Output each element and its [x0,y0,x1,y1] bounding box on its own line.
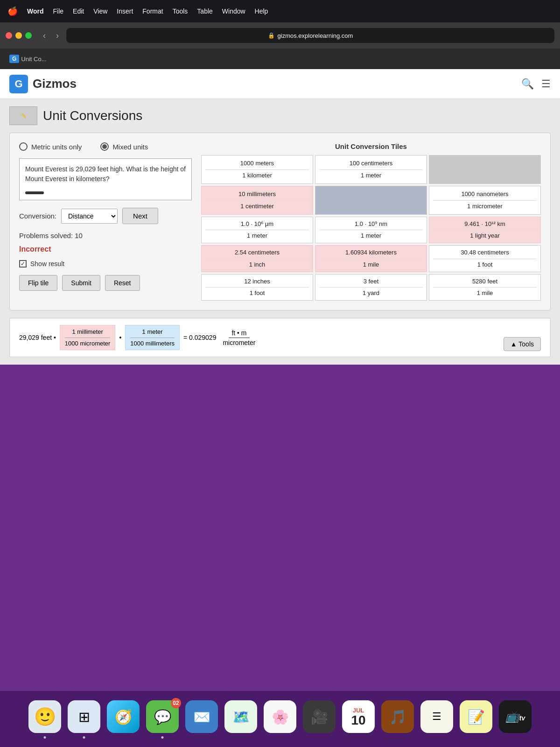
question-box: Mount Everest is 29,029 feet high. What … [19,158,192,200]
show-result-label: Show result [30,260,64,268]
tab-label: Unit Co... [21,56,46,63]
conversion-row: Conversion: Distance Volume Mass Tempera… [19,208,192,224]
tile-1000m-1km[interactable]: 1000 meters 1 kilometer [201,155,313,184]
dock-dot-messages [161,736,164,739]
tile-image-2 [315,186,427,215]
tile-3ft-1yd[interactable]: 3 feet 1 yard [315,274,427,301]
radio-group: Metric units only Mixed units [19,142,192,151]
show-result-checkbox[interactable]: ✓ [19,260,27,268]
dock-music[interactable]: 🎵 [381,700,414,733]
tile-bottom: 1 micrometer [467,202,503,211]
address-bar[interactable]: 🔒 gizmos.explorelearning.com [66,28,554,43]
menu-word[interactable]: Word [27,7,44,15]
tile-5280ft-1mi[interactable]: 5280 feet 1 mile [429,274,541,301]
traffic-lights [6,32,32,39]
tile-top: 1.0 · 10⁶ μm [205,220,309,230]
dock-dot-finder [44,736,46,739]
dock-finder[interactable]: 🙂 [28,700,61,733]
tools-button[interactable]: ▲ Tools [504,337,541,351]
tile-top: 100 centimeters [319,159,423,169]
tab-gizmos[interactable]: G Unit Co... [6,53,50,65]
tile-100cm-1m[interactable]: 100 centimeters 1 meter [315,155,427,184]
left-section: Metric units only Mixed units Mount Ever… [19,142,192,301]
formula-prefix: 29,029 feet • [19,334,56,341]
formula-tile1-top: 1 millimeter [65,327,111,337]
mixed-option[interactable]: Mixed units [100,142,148,151]
metric-radio[interactable] [19,142,28,151]
menu-bar: 🍎 Word File Edit View Insert Format Tool… [0,0,560,22]
apple-menu[interactable]: 🍎 [7,6,18,16]
tile-bottom: 1 foot [250,289,265,297]
menu-edit[interactable]: Edit [73,7,84,15]
back-button[interactable]: ‹ [40,29,49,42]
tab-g-icon: G [9,55,19,63]
menu-icon[interactable]: ☰ [541,78,551,90]
tile-bottom: 1 yard [363,289,379,297]
reset-button[interactable]: Reset [105,275,140,291]
dock-calendar[interactable]: JUL 10 [342,700,375,733]
menu-tools[interactable]: Tools [173,7,188,15]
tab-bar: G Unit Co... [0,49,560,69]
tile-1000nm-1um[interactable]: 1000 nanometers 1 micrometer [429,186,541,215]
mixed-label: Mixed units [112,143,148,151]
dock-notes[interactable]: 📝 [460,700,492,733]
tile-1e9nm-1m[interactable]: 1.0 · 10⁹ nm 1 meter [315,217,427,243]
tile-top: 2.54 centimeters [205,248,309,259]
mixed-radio[interactable] [100,142,109,151]
dock-maps[interactable]: 🗺️ [224,700,257,733]
tile-bottom: 1 mile [477,289,493,297]
metric-option[interactable]: Metric units only [19,142,82,151]
menu-view[interactable]: View [93,7,107,15]
formula-row: 29,029 feet • 1 millimeter 1000 micromet… [9,318,551,357]
show-result-row: ✓ Show result [19,260,192,268]
tile-top: 5280 feet [433,277,537,288]
gizmos-g-logo: G [9,75,28,93]
fullscreen-window-button[interactable] [25,32,32,39]
tile-2.54cm-1in[interactable]: 2.54 centimeters 1 inch [201,245,313,272]
dock-facetime[interactable]: 🎥 [303,700,336,733]
forward-button[interactable]: › [53,29,62,42]
menu-file[interactable]: File [53,7,64,15]
dock-dot-launchpad [83,736,85,739]
search-icon[interactable]: 🔍 [521,78,534,90]
tile-top: 1.0 · 10⁹ nm [319,220,423,230]
minimize-window-button[interactable] [15,32,22,39]
menu-help[interactable]: Help [255,7,268,15]
dock-photos[interactable]: 🌸 [264,700,296,733]
tile-bottom: 1 inch [249,261,266,269]
menu-window[interactable]: Window [222,7,245,15]
flip-tile-button[interactable]: Flip tile [19,275,57,291]
messages-badge: 02 [171,698,181,708]
dock-messages[interactable]: 💬 02 [146,700,179,733]
dock-reminders[interactable]: ☰ [420,700,453,733]
tile-image-area [429,155,540,183]
menu-table[interactable]: Table [197,7,212,15]
menu-format[interactable]: Format [142,7,163,15]
formula-tile2-bottom: 1000 millimeters [130,339,175,348]
tile-1e6um-1m[interactable]: 1.0 · 10⁶ μm 1 meter [201,217,313,243]
question-text: Mount Everest is 29,029 feet high. What … [25,165,186,183]
formula-tile-1[interactable]: 1 millimeter 1000 micrometer [60,325,116,350]
main-panel: Metric units only Mixed units Mount Ever… [9,133,551,310]
next-button[interactable]: Next [122,208,158,224]
formula-tile-2[interactable]: 1 meter 1000 millimeters [125,325,180,350]
tile-12in-1ft[interactable]: 12 inches 1 foot [201,274,313,301]
dock-safari[interactable]: 🧭 [107,700,140,733]
dock-appletv[interactable]: 📺tv [499,700,532,733]
tile-1.60934km-1mi[interactable]: 1.60934 kilometers 1 mile [315,245,427,272]
url-text: gizmos.explorelearning.com [278,32,353,39]
tile-30.48cm-1ft[interactable]: 30.48 centimeters 1 foot [429,245,541,272]
tile-top: 9.461 · 10¹² km [433,220,537,230]
tile-lightyear[interactable]: 9.461 · 10¹² km 1 light year [429,217,541,243]
tile-top: 1.60934 kilometers [319,248,423,259]
conversion-select[interactable]: Distance Volume Mass Temperature [61,209,118,224]
tile-bottom: 1 meter [361,171,381,180]
tile-top: 10 millimeters [205,190,309,200]
submit-button[interactable]: Submit [62,275,100,291]
tiles-title: Unit Conversion Tiles [201,142,541,150]
menu-insert[interactable]: Insert [117,7,133,15]
close-window-button[interactable] [6,32,12,39]
dock-launchpad[interactable]: ⊞ [68,700,100,733]
tile-10mm-1cm[interactable]: 10 millimeters 1 centimeter [201,186,313,215]
dock-mail[interactable]: ✉️ [185,700,218,733]
